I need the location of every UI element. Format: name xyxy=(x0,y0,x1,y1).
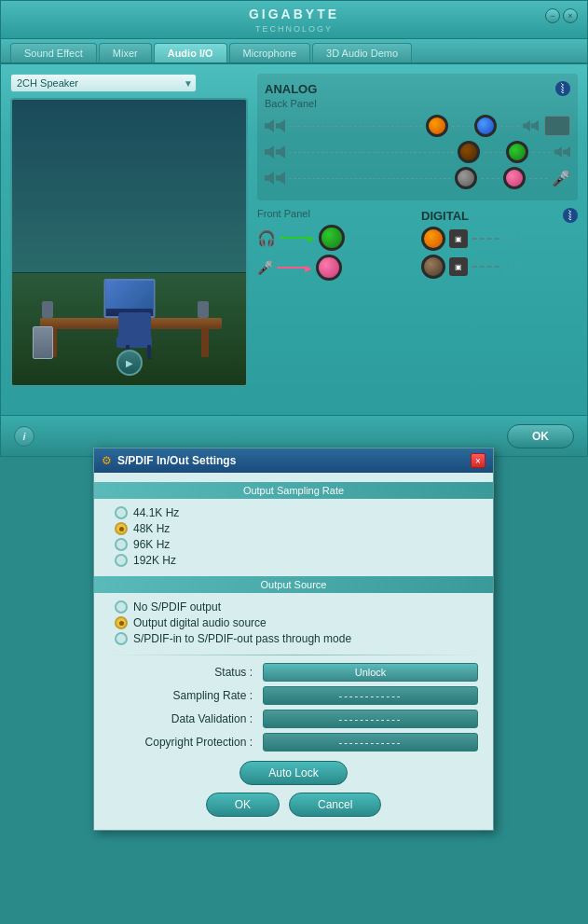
jack-pink[interactable] xyxy=(503,167,526,189)
radio-pass-through[interactable]: S/PDIF-in to S/PDIF-out pass through mod… xyxy=(115,632,478,645)
tab-microphone[interactable]: Microphone xyxy=(229,43,310,62)
spdif-signal-2: ⫶⫶⫶ xyxy=(503,262,517,272)
back-panel-label: Back Panel xyxy=(265,98,570,109)
jack-dark-brown[interactable] xyxy=(458,141,480,163)
radio-digital-audio[interactable]: Output digital audio source xyxy=(115,616,478,629)
room-wall xyxy=(12,100,246,272)
radio-48k[interactable]: 48K Hz xyxy=(115,522,478,535)
close-button[interactable]: × xyxy=(563,8,578,23)
copyright-value: ------------ xyxy=(263,733,478,752)
auto-lock-button[interactable]: Auto Lock xyxy=(239,761,347,785)
radio-no-spdif[interactable]: No S/PDIF output xyxy=(115,600,478,614)
tab-mixer[interactable]: Mixer xyxy=(99,43,152,62)
dialog-close-button[interactable]: × xyxy=(471,453,485,468)
tab-3d-audio[interactable]: 3D Audio Demo xyxy=(312,43,412,62)
data-validation-value: ------------ xyxy=(263,710,478,728)
jack-green[interactable] xyxy=(506,141,528,163)
radio-label-192k: 192K Hz xyxy=(133,554,176,567)
radio-192k[interactable]: 192K Hz xyxy=(115,554,478,567)
output-source-label: Output Source xyxy=(261,579,327,590)
radio-dot-44k xyxy=(115,506,128,519)
info-button[interactable]: i xyxy=(14,426,34,447)
room-speaker-left xyxy=(42,301,53,318)
jack-orange[interactable] xyxy=(426,115,448,137)
connector-line-2 xyxy=(289,152,454,153)
spdif-dialog: ⚙ S/PDIF In/Out Settings × Output Sampli… xyxy=(93,448,494,831)
sampling-rate-section-bar: Output Sampling Rate xyxy=(94,482,493,499)
sampling-rate-options: 44.1K Hz 48K Hz 96K Hz 192K Hz xyxy=(115,506,478,567)
jack-blue[interactable] xyxy=(474,115,497,137)
monitor-screen xyxy=(105,281,153,309)
dialog-title: S/PDIF In/Out Settings xyxy=(117,454,236,467)
front-jack-green[interactable] xyxy=(319,225,345,251)
radio-dot-no-spdif xyxy=(115,600,128,614)
room-visualization: ▶ xyxy=(10,98,248,387)
sampling-rate-value: ------------ xyxy=(263,686,478,705)
tab-audio-io[interactable]: Audio I/O xyxy=(154,43,227,62)
radio-dot-48k xyxy=(115,522,128,535)
sampling-rate-label-status: Sampling Rate : xyxy=(109,689,258,702)
right-speaker-2 xyxy=(554,146,570,158)
mic-icon-front: 🎤 xyxy=(257,260,273,275)
spdif-icon-1: ▣ xyxy=(449,229,468,248)
radio-label-44k: 44.1K Hz xyxy=(133,506,179,519)
ok-button[interactable]: OK xyxy=(507,424,574,448)
mic-stand-icon: 🎤 xyxy=(552,170,570,187)
radio-dot-pass-through xyxy=(115,632,128,645)
radio-label-48k: 48K Hz xyxy=(133,522,170,535)
back-panel-row-1 xyxy=(265,115,570,137)
dialog-cancel-button[interactable]: Cancel xyxy=(289,793,381,817)
app-window: GIGABYTE TECHNOLOGY − × Sound Effect Mix… xyxy=(0,0,588,457)
front-panel-row-1: 🎧 ▶ xyxy=(257,225,414,251)
connector-line-3 xyxy=(289,178,451,179)
output-source-section-bar: Output Source xyxy=(94,576,493,593)
jack-gray[interactable] xyxy=(455,167,477,189)
desk-leg-right xyxy=(201,329,209,357)
digital-row-2: ▣ ⫶⫶⫶ xyxy=(421,255,578,279)
digital-line-2 xyxy=(472,266,499,268)
front-panel-section: Front Panel 🎧 ▶ 🎤 ▶ xyxy=(257,208,414,284)
brand-name: GIGABYTE xyxy=(249,7,339,21)
sp-icon-1a xyxy=(523,120,530,131)
dialog-buttons: OK Cancel xyxy=(109,793,478,817)
arrow-head-green: ▶ xyxy=(308,233,315,243)
speaker-dropdown[interactable]: 2CH Speaker 4CH Speaker 6CH Speaker 8CH … xyxy=(10,74,197,92)
bluetooth-icon: ⦚ xyxy=(555,81,570,96)
sp-icon-2a xyxy=(554,146,562,158)
arrow-green: ▶ xyxy=(280,233,315,243)
radio-label-digital-audio: Output digital audio source xyxy=(133,616,267,629)
radio-dot-192k xyxy=(115,554,128,567)
digital-row-1: ▣ ⫶⫶⫶ xyxy=(421,227,578,251)
radio-44k[interactable]: 44.1K Hz xyxy=(115,506,478,519)
front-jack-pink[interactable] xyxy=(316,255,342,281)
headphone-icon: 🎧 xyxy=(257,229,276,247)
speaker-dropdown-wrapper[interactable]: 2CH Speaker 4CH Speaker 6CH Speaker 8CH … xyxy=(10,74,197,92)
speaker-icon-right-1 xyxy=(276,119,285,132)
lower-panels: Front Panel 🎧 ▶ 🎤 ▶ xyxy=(257,208,578,284)
dialog-titlebar-left: ⚙ S/PDIF In/Out Settings xyxy=(102,454,236,467)
digital-jack-dark[interactable] xyxy=(421,255,445,279)
front-panel-label: Front Panel xyxy=(257,208,414,219)
content-area: 2CH Speaker 4CH Speaker 6CH Speaker 8CH … xyxy=(1,64,587,428)
play-button[interactable]: ▶ xyxy=(116,350,143,376)
chair-leg-right xyxy=(147,345,151,359)
connector-line-1 xyxy=(289,126,422,127)
radio-label-no-spdif: No S/PDIF output xyxy=(133,600,221,614)
digital-bluetooth-icon: ⦚ xyxy=(563,208,578,223)
radio-label-pass-through: S/PDIF-in to S/PDIF-out pass through mod… xyxy=(133,632,351,645)
digital-jack-orange[interactable] xyxy=(421,227,445,251)
minimize-button[interactable]: − xyxy=(545,8,560,23)
speaker-icon-right-2 xyxy=(276,145,285,159)
sampling-rate-label: Output Sampling Rate xyxy=(243,485,344,496)
sp-icon-1b xyxy=(531,120,539,131)
copyright-label: Copyright Protection : xyxy=(109,736,258,749)
app-header: GIGABYTE TECHNOLOGY − × xyxy=(1,1,587,39)
back-panel-row-2 xyxy=(265,141,570,163)
digital-line-1 xyxy=(472,238,499,240)
nav-tabs: Sound Effect Mixer Audio I/O Microphone … xyxy=(1,39,587,64)
tab-sound-effect[interactable]: Sound Effect xyxy=(10,43,97,62)
radio-96k[interactable]: 96K Hz xyxy=(115,538,478,551)
dialog-divider xyxy=(109,655,478,655)
dialog-ok-button[interactable]: OK xyxy=(206,793,280,817)
spdif-icon-2: ▣ xyxy=(449,257,468,276)
